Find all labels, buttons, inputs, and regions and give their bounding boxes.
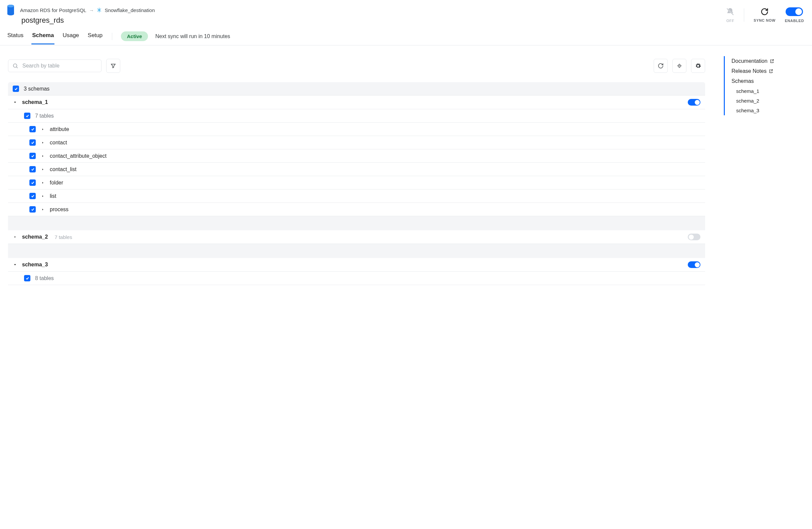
table-checkbox[interactable] [29,166,36,172]
tab-setup[interactable]: Setup [87,32,103,44]
table-row[interactable]: contact [8,136,705,149]
chevron-right-icon[interactable] [13,235,17,239]
schema-list: 3 schemas schema_1 7 tables [8,82,705,285]
table-name: process [50,206,69,213]
table-row[interactable]: list [8,189,705,203]
filter-button[interactable] [106,59,120,73]
svg-point-3 [13,64,17,68]
filter-icon [110,63,116,69]
side-link-label: Documentation [731,58,768,64]
sync-now-button[interactable]: SYNC NOW [754,8,775,23]
table-name: list [50,193,56,199]
svg-line-4 [16,67,17,68]
table-row[interactable]: process [8,203,705,216]
schema-enable-toggle[interactable] [688,233,700,240]
table-name: contact_list [50,167,76,172]
side-panel: Documentation Release Notes Schemas sche… [724,56,804,115]
toolbar [8,59,705,73]
resync-button[interactable] [654,59,668,73]
schema-enable-toggle[interactable] [688,261,700,268]
table-row[interactable]: contact_attribute_object [8,149,705,163]
chevron-down-icon[interactable] [13,263,17,267]
breadcrumb: Amazon RDS for PostgreSQL → Snowflake_de… [20,8,155,13]
documentation-link[interactable]: Documentation [731,56,804,66]
snowflake-icon [97,8,102,13]
table-checkbox[interactable] [29,139,36,146]
schema-row-schema_2[interactable]: schema_2 7 tables [8,230,705,244]
external-link-icon [769,69,773,73]
tab-status[interactable]: Status [7,32,24,44]
breadcrumb-source[interactable]: Amazon RDS for PostgreSQL [20,8,86,13]
refresh-icon [658,63,664,69]
page-title: postgres_rds [21,16,726,25]
schema1-table-count-row: 7 tables [8,109,705,123]
chevron-right-icon[interactable] [40,141,45,144]
spacer-row [8,216,705,230]
table-checkbox[interactable] [29,193,36,199]
svg-point-0 [8,5,14,8]
chevron-right-icon[interactable] [40,195,45,198]
tabs: Status Schema Usage Setup Active Next sy… [7,31,726,45]
tab-schema[interactable]: Schema [31,32,55,44]
table-checkbox[interactable] [29,126,36,132]
notifications-label: OFF [726,19,734,23]
header-divider [744,8,744,22]
table-row[interactable]: contact_list [8,163,705,176]
refresh-icon [760,8,769,16]
table-checkbox[interactable] [29,206,36,213]
sidebar-schema-link[interactable]: schema_2 [731,96,804,105]
chevron-right-icon[interactable] [40,128,45,131]
select-all-checkbox[interactable] [13,86,19,92]
enabled-label: ENABLED [785,19,804,23]
side-link-label: schema_3 [736,108,759,113]
enabled-toggle[interactable] [786,8,803,16]
schema-enable-toggle[interactable] [688,99,700,105]
table-name: contact_attribute_object [50,153,106,159]
tables-count-label: 8 tables [35,275,54,281]
spacer-row [8,244,705,258]
arrow-right-icon: → [89,8,94,13]
chevron-down-icon[interactable] [13,100,17,104]
side-link-label: schema_2 [736,98,759,104]
select-all-tables-checkbox[interactable] [24,275,30,281]
breadcrumb-destination[interactable]: Snowflake_destination [104,8,155,13]
release-notes-link[interactable]: Release Notes [731,66,804,76]
tables-count-label: 7 tables [55,234,72,240]
tab-divider [112,33,112,40]
search-icon [12,63,18,69]
table-checkbox[interactable] [29,153,36,159]
select-all-tables-checkbox[interactable] [24,113,30,119]
search-input[interactable] [22,62,97,69]
header: Amazon RDS for PostgreSQL → Snowflake_de… [0,0,812,45]
source-db-icon [5,5,16,15]
notifications-toggle[interactable]: OFF [726,8,735,23]
schema-row-schema_3[interactable]: schema_3 [8,258,705,272]
table-row[interactable]: attribute [8,123,705,136]
table-checkbox[interactable] [29,180,36,186]
external-link-icon [770,59,774,63]
table-name: folder [50,180,63,186]
side-link-label: Release Notes [731,68,767,74]
chevron-right-icon[interactable] [40,208,45,211]
chevron-right-icon[interactable] [40,154,45,158]
table-name: contact [50,140,67,146]
table-row[interactable]: folder [8,176,705,189]
chevron-right-icon[interactable] [40,168,45,171]
schema-name: schema_3 [22,262,48,268]
collapse-expand-button[interactable] [672,59,686,73]
schema-count-label: 3 schemas [24,86,49,92]
chevron-right-icon[interactable] [40,181,45,184]
sidebar-schema-link[interactable]: schema_3 [731,105,804,115]
sidebar-schema-link[interactable]: schema_1 [731,86,804,96]
schema-name: schema_1 [22,99,48,105]
settings-button[interactable] [691,59,705,73]
table-name: attribute [50,126,69,132]
status-badge: Active [121,31,148,41]
side-link-label: schema_1 [736,88,759,94]
schema-row-schema_1[interactable]: schema_1 [8,95,705,109]
gear-icon [695,63,701,69]
schema3-table-count-row: 8 tables [8,272,705,285]
schema-summary-row: 3 schemas [8,82,705,95]
tab-usage[interactable]: Usage [62,32,79,44]
next-sync-text: Next sync will run in 10 minutes [155,33,230,40]
